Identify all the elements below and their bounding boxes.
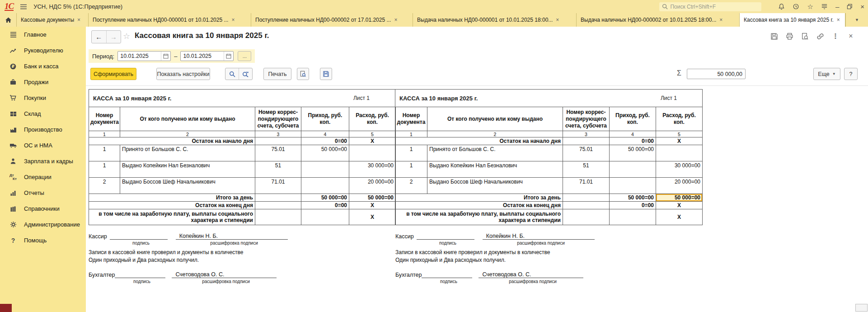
print-button[interactable]: Печать xyxy=(263,68,291,80)
sidebar-item-manager[interactable]: Руководителю xyxy=(0,43,86,58)
opening-balance-label[interactable]: Остаток на начало дня xyxy=(395,137,563,145)
row-account[interactable]: 75.01 xyxy=(563,145,610,161)
print-icon[interactable] xyxy=(785,32,794,41)
find-next-button[interactable] xyxy=(239,68,252,80)
history-button[interactable] xyxy=(793,3,799,10)
link-icon[interactable] xyxy=(816,32,825,41)
sidebar-item-production[interactable]: Производство xyxy=(0,122,86,137)
period-from-field[interactable]: 10.01.2025 xyxy=(117,51,171,61)
col-header-doc-number[interactable]: Номер документа xyxy=(395,107,427,131)
find-button[interactable] xyxy=(225,68,239,80)
row-account[interactable]: 75.01 xyxy=(255,145,301,161)
report-cell[interactable] xyxy=(563,194,610,202)
add-to-favorites-star-icon[interactable]: ☆ xyxy=(123,31,130,41)
tab-close-icon[interactable]: × xyxy=(719,17,723,23)
sidebar-item-directories[interactable]: Справочники xyxy=(0,201,86,217)
tab-close-icon[interactable]: × xyxy=(837,17,840,23)
tab-cash-receipt-1[interactable]: Поступление наличных НД00-000001 от 10.0… xyxy=(89,13,251,27)
autosum-field[interactable]: 50 000,00 xyxy=(687,69,746,79)
help-button[interactable]: ? xyxy=(844,68,858,80)
row-expense[interactable]: 30 000=00 xyxy=(349,161,396,178)
service-menu-button[interactable] xyxy=(821,3,828,10)
row-expense[interactable]: 20 000=00 xyxy=(656,178,703,194)
sidebar-item-warehouse[interactable]: Склад xyxy=(0,106,86,122)
closing-balance-income[interactable]: 0=00 xyxy=(610,202,656,209)
row-account[interactable]: 51 xyxy=(255,161,301,178)
tab-cash-issue-1[interactable]: Выдача наличных НД00-000001 от 10.01.202… xyxy=(413,13,577,27)
sidebar-item-administration[interactable]: Администрирование xyxy=(0,217,86,232)
save-icon[interactable] xyxy=(769,32,779,41)
col-header-account[interactable]: Номер коррес-пондирующего счета, субсчет… xyxy=(563,107,610,131)
row-account[interactable]: 51 xyxy=(563,161,610,178)
row-description[interactable]: Выдано Боссов Шеф Начальникович xyxy=(427,178,563,194)
opening-balance-income[interactable]: 0=00 xyxy=(610,137,656,145)
report-cell[interactable] xyxy=(563,209,610,225)
print-preview-button[interactable] xyxy=(297,68,309,80)
tab-list-dropdown[interactable]: ▼ xyxy=(845,13,868,27)
col-num[interactable]: 5 xyxy=(656,131,703,137)
row-doc-number[interactable]: 2 xyxy=(89,178,120,194)
row-doc-number[interactable]: 1 xyxy=(89,161,120,178)
tab-close-icon[interactable]: × xyxy=(556,17,559,23)
closing-balance-label[interactable]: Остаток на конец дня xyxy=(395,202,563,209)
row-expense[interactable]: 20 000=00 xyxy=(349,178,396,194)
row-description[interactable]: Принято от Большов С. С. xyxy=(427,145,563,161)
including-payroll-expense[interactable]: X xyxy=(656,209,703,225)
close-form-icon[interactable]: × xyxy=(846,32,855,41)
more-menu-icon[interactable]: ⋮ xyxy=(831,32,840,41)
period-options-button[interactable]: ... xyxy=(238,51,251,61)
col-header-income[interactable]: Приход, руб. коп. xyxy=(301,107,349,131)
row-doc-number[interactable]: 2 xyxy=(395,178,427,194)
row-description[interactable]: Выдано Копейкин Нал Безналович xyxy=(427,161,563,178)
opening-balance-label[interactable]: Остаток на начало дня xyxy=(89,137,255,145)
opening-balance-income[interactable]: 0=00 xyxy=(301,137,349,145)
report-cell[interactable] xyxy=(563,137,610,145)
tab-cash-book[interactable]: Кассовая книга за 10 января 2025 г. × xyxy=(740,13,845,27)
col-header-expense[interactable]: Расход, руб. коп. xyxy=(656,107,703,131)
close-window-button[interactable]: × xyxy=(860,3,864,10)
sidebar-item-bank-cash[interactable]: ₽ Банк и касса xyxy=(0,58,86,74)
row-description[interactable]: Выдано Копейкин Нал Безналович xyxy=(120,161,255,178)
row-income[interactable] xyxy=(301,161,349,178)
col-header-expense[interactable]: Расход, руб. коп. xyxy=(349,107,396,131)
col-num[interactable]: 1 xyxy=(89,131,120,137)
including-payroll-expense[interactable]: X xyxy=(349,209,396,225)
sidebar-item-fixed-assets[interactable]: ОС и НМА xyxy=(0,137,86,153)
row-doc-number[interactable]: 1 xyxy=(395,161,427,178)
opening-balance-expense[interactable]: X xyxy=(349,137,396,145)
daily-total-label[interactable]: Итого за день xyxy=(395,194,563,202)
col-header-doc-number[interactable]: Номер документа xyxy=(89,107,120,131)
sidebar-item-payroll-hr[interactable]: Зарплата и кадры xyxy=(0,153,86,169)
row-account[interactable]: 71.01 xyxy=(255,178,301,194)
main-menu-button[interactable] xyxy=(20,4,27,10)
global-search-input[interactable]: Поиск Ctrl+Shift+F xyxy=(659,2,761,11)
opening-balance-expense[interactable]: X xyxy=(656,137,703,145)
col-num[interactable]: 3 xyxy=(563,131,610,137)
row-income[interactable] xyxy=(610,178,656,194)
sidebar-item-main[interactable]: Главное xyxy=(0,27,86,43)
show-settings-button[interactable]: Показать настройки xyxy=(156,68,210,80)
row-expense[interactable] xyxy=(349,145,396,161)
col-header-income[interactable]: Приход, руб. коп. xyxy=(610,107,656,131)
report-cell[interactable] xyxy=(255,194,301,202)
col-num[interactable]: 5 xyxy=(349,131,396,137)
sidebar-item-operations[interactable]: ДтКт Операции xyxy=(0,169,86,185)
row-expense[interactable] xyxy=(656,145,703,161)
daily-total-label[interactable]: Итого за день xyxy=(89,194,255,202)
period-to-field[interactable]: 10.01.2025 xyxy=(180,51,234,61)
restore-button[interactable] xyxy=(847,4,853,9)
row-doc-number[interactable]: 1 xyxy=(395,145,427,161)
including-payroll-label[interactable]: в том числе на заработную плату, выплаты… xyxy=(395,209,563,225)
closing-balance-expense[interactable]: X xyxy=(349,202,396,209)
col-num[interactable]: 3 xyxy=(255,131,301,137)
daily-total-income[interactable]: 50 000=00 xyxy=(301,194,349,202)
tab-close-icon[interactable]: × xyxy=(231,17,235,23)
sheet-caption-band[interactable]: КАССА за 10 января 2025 г. Лист 1 xyxy=(89,89,395,107)
col-header-account[interactable]: Номер коррес-пондирующего счета, субсчет… xyxy=(255,107,301,131)
row-description[interactable]: Выдано Боссов Шеф Начальникович xyxy=(120,178,255,194)
report-cell[interactable] xyxy=(255,137,301,145)
sidebar-item-help[interactable]: ? Помощь xyxy=(0,232,86,248)
tab-cash-receipt-2[interactable]: Поступление наличных НД00-000002 от 17.0… xyxy=(251,13,413,27)
col-header-counterparty[interactable]: От кого получено или кому выдано xyxy=(120,107,255,131)
preview-icon[interactable] xyxy=(800,32,809,41)
